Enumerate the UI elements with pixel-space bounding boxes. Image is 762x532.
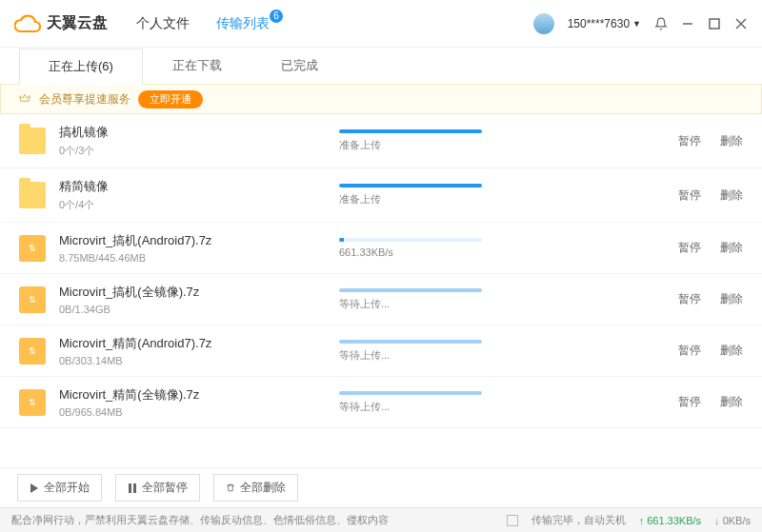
- progress-bar: [339, 288, 482, 292]
- statusbar-notice: 配合净网行动，严禁利用天翼云盘存储、传输反动信息、色情低俗信息、侵权内容: [11, 513, 389, 527]
- file-info: Microvirt_搞机(Android7).7z8.75MB/445.46MB: [59, 232, 326, 264]
- file-info: 精简镜像0个/4个: [59, 178, 326, 212]
- transfer-item: ⇅Microvirt_搞机(全镜像).7z0B/1.34GB等待上传...暂停删…: [0, 274, 762, 325]
- folder-icon: [19, 128, 46, 154]
- status-text: 等待上传...: [339, 348, 665, 363]
- item-actions: 暂停删除: [678, 133, 743, 149]
- statusbar-right: 传输完毕，自动关机 ↑ 661.33KB/s ↓ 0KB/s: [507, 513, 751, 527]
- notification-icon[interactable]: [654, 17, 668, 30]
- transfer-list: 搞机镜像0个/3个准备上传暂停删除精简镜像0个/4个准备上传暂停删除⇅Micro…: [0, 114, 762, 467]
- file-info: 搞机镜像0个/3个: [59, 124, 326, 158]
- svg-rect-1: [710, 19, 719, 29]
- archive-icon: ⇅: [19, 389, 46, 416]
- avatar[interactable]: [533, 13, 554, 34]
- user-menu[interactable]: 150****7630 ▼: [568, 17, 641, 30]
- nav-transfer-list[interactable]: 传输列表 6: [216, 15, 270, 32]
- progress-col: 准备上传: [339, 184, 665, 207]
- pause-all-label: 全部暂停: [142, 480, 188, 496]
- start-all-button[interactable]: 全部开始: [17, 474, 102, 502]
- pause-button[interactable]: 暂停: [678, 343, 701, 359]
- pause-button[interactable]: 暂停: [678, 394, 701, 410]
- archive-icon: ⇅: [19, 338, 46, 365]
- progress-col: 准备上传: [339, 129, 665, 152]
- delete-all-label: 全部删除: [240, 480, 286, 496]
- subtab-completed[interactable]: 已完成: [251, 48, 348, 84]
- delete-button[interactable]: 删除: [720, 133, 743, 149]
- file-name: Microvirt_精简(Android7).7z: [59, 335, 326, 352]
- progress-fill: [339, 184, 482, 187]
- progress-col: 等待上传...: [339, 288, 665, 311]
- bottom-toolbar: 全部开始 全部暂停 全部删除: [0, 467, 762, 507]
- file-size: 0B/303.14MB: [59, 355, 326, 366]
- subtab-downloading[interactable]: 正在下载: [143, 48, 251, 84]
- pause-button[interactable]: 暂停: [678, 187, 701, 204]
- svg-rect-5: [133, 483, 136, 493]
- nav-transfer-label: 传输列表: [216, 15, 270, 30]
- status-text: 准备上传: [339, 192, 665, 207]
- file-info: Microvirt_精简(全镜像).7z0B/965.84MB: [59, 386, 326, 418]
- item-actions: 暂停删除: [678, 291, 743, 307]
- subtab-row: 正在上传(6) 正在下载 已完成: [0, 48, 762, 84]
- item-actions: 暂停删除: [678, 394, 743, 410]
- delete-button[interactable]: 删除: [720, 394, 743, 410]
- titlebar: 天翼云盘 个人文件 传输列表 6 150****7630 ▼: [0, 0, 762, 48]
- pause-button[interactable]: 暂停: [678, 240, 701, 256]
- progress-col: 661.33KB/s: [339, 238, 665, 258]
- archive-icon: ⇅: [19, 286, 46, 313]
- crown-icon: [18, 92, 31, 106]
- close-button[interactable]: [734, 17, 748, 30]
- folder-icon: [19, 182, 46, 208]
- delete-button[interactable]: 删除: [720, 343, 743, 359]
- progress-fill: [339, 391, 482, 395]
- file-size: 8.75MB/445.46MB: [59, 252, 326, 264]
- progress-bar: [339, 184, 482, 187]
- maximize-button[interactable]: [708, 17, 721, 30]
- file-size: 0个/3个: [59, 144, 326, 158]
- file-name: Microvirt_搞机(全镜像).7z: [59, 284, 326, 301]
- chevron-down-icon: ▼: [632, 19, 641, 29]
- nav-personal-files[interactable]: 个人文件: [136, 15, 190, 32]
- file-name: 搞机镜像: [59, 124, 326, 141]
- pause-button[interactable]: 暂停: [678, 133, 701, 149]
- file-info: Microvirt_搞机(全镜像).7z0B/1.34GB: [59, 284, 326, 315]
- status-text: 准备上传: [339, 138, 665, 152]
- auto-shutdown-checkbox[interactable]: [507, 515, 518, 526]
- pause-icon: [128, 483, 137, 493]
- progress-fill: [339, 288, 482, 292]
- pause-all-button[interactable]: 全部暂停: [115, 474, 200, 502]
- file-name: 精简镜像: [59, 178, 326, 195]
- transfer-item: ⇅Microvirt_搞机(Android7).7z8.75MB/445.46M…: [0, 223, 762, 274]
- delete-button[interactable]: 删除: [720, 291, 743, 307]
- upload-speed: ↑ 661.33KB/s: [639, 515, 701, 526]
- trash-icon: [226, 483, 235, 493]
- progress-bar: [339, 238, 482, 242]
- promo-button[interactable]: 立即开通: [138, 90, 203, 108]
- statusbar: 配合净网行动，严禁利用天翼云盘存储、传输反动信息、色情低俗信息、侵权内容 传输完…: [0, 507, 762, 532]
- transfer-item: 精简镜像0个/4个准备上传暂停删除: [0, 168, 762, 223]
- app-name: 天翼云盘: [47, 13, 108, 33]
- promo-banner: 会员尊享提速服务 立即开通: [0, 84, 762, 114]
- progress-fill: [339, 238, 344, 242]
- status-text: 等待上传...: [339, 400, 665, 414]
- user-name: 150****7630: [568, 17, 630, 30]
- minimize-button[interactable]: [681, 17, 694, 30]
- progress-bar: [339, 391, 482, 395]
- download-speed: ↓ 0KB/s: [714, 515, 751, 526]
- subtab-uploading[interactable]: 正在上传(6): [19, 49, 143, 85]
- file-name: Microvirt_精简(全镜像).7z: [59, 386, 326, 404]
- delete-all-button[interactable]: 全部删除: [213, 474, 298, 502]
- delete-button[interactable]: 删除: [720, 240, 743, 256]
- transfer-item: 搞机镜像0个/3个准备上传暂停删除: [0, 114, 762, 168]
- file-info: Microvirt_精简(Android7).7z0B/303.14MB: [59, 335, 326, 366]
- progress-col: 等待上传...: [339, 340, 665, 363]
- play-icon: [30, 483, 39, 493]
- file-size: 0B/965.84MB: [59, 406, 326, 418]
- archive-icon: ⇅: [19, 235, 46, 262]
- cloud-icon: [14, 14, 41, 33]
- delete-button[interactable]: 删除: [720, 187, 743, 204]
- pause-button[interactable]: 暂停: [678, 291, 701, 307]
- transfer-badge: 6: [270, 10, 283, 23]
- file-size: 0B/1.34GB: [59, 304, 326, 315]
- titlebar-right: 150****7630 ▼: [533, 13, 748, 34]
- promo-text: 会员尊享提速服务: [39, 91, 130, 108]
